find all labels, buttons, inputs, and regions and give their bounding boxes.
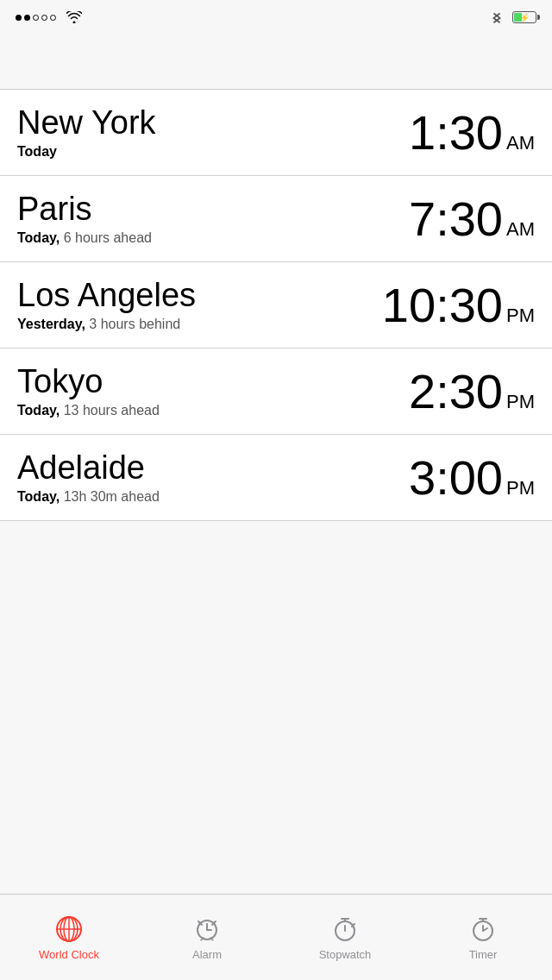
tab-timer[interactable]: Timer [414,914,552,961]
nav-bar [0,35,552,90]
clock-time-ampm: PM [506,391,535,413]
clock-time-ampm: PM [506,305,535,327]
clock-info: New York Today [17,105,156,160]
clock-time-value: 2:30 [409,368,503,416]
status-right: ⚡ [492,10,536,24]
clock-item[interactable]: Tokyo Today, 13 hours ahead 2:30 PM [0,349,552,435]
clock-sub: Today, 13 hours ahead [17,403,160,418]
tab-stopwatch-label: Stopwatch [319,948,372,961]
signal-dot-2 [24,15,30,21]
bluetooth-icon [492,10,502,24]
clock-city: Los Angeles [17,278,196,314]
clock-info: Los Angeles Yesterday, 3 hours behind [17,278,196,333]
charging-icon: ⚡ [519,13,530,22]
clock-time: 2:30 PM [409,368,535,416]
battery-icon: ⚡ [512,11,536,23]
clock-sub: Today, 6 hours ahead [17,230,152,246]
clock-time-value: 7:30 [409,195,503,243]
signal-strength [16,15,56,21]
clock-time-ampm: PM [506,477,535,499]
clock-info: Adelaide Today, 13h 30m ahead [17,450,160,506]
clock-time-value: 10:30 [382,281,503,330]
signal-dot-4 [41,15,47,21]
clock-city: New York [17,105,156,141]
status-bar: ⚡ [0,0,552,35]
clock-city: Tokyo [17,364,160,400]
tab-alarm-label: Alarm [192,948,222,961]
world-clock-icon [53,914,85,945]
signal-dot-5 [50,15,56,21]
tab-alarm[interactable]: Alarm [138,914,276,961]
clock-item[interactable]: Los Angeles Yesterday, 3 hours behind 10… [0,262,552,349]
tab-timer-label: Timer [469,948,498,961]
clock-time-value: 1:30 [409,109,503,157]
tab-world-clock[interactable]: World Clock [0,914,138,961]
clock-item[interactable]: New York Today 1:30 AM [0,90,552,176]
clock-time: 1:30 AM [409,109,535,157]
status-left [16,11,82,23]
clock-time-ampm: AM [506,132,535,154]
clock-city: Paris [17,192,152,228]
stopwatch-icon [329,914,361,945]
clock-item[interactable]: Paris Today, 6 hours ahead 7:30 AM [0,176,552,262]
timer-icon [467,914,499,945]
clock-time-ampm: AM [506,218,535,241]
clock-sub: Today, 13h 30m ahead [17,489,160,505]
clock-info: Paris Today, 6 hours ahead [17,192,152,247]
clock-sub: Yesterday, 3 hours behind [17,317,196,332]
tab-bar: World Clock Alarm Stop [0,894,552,980]
signal-dot-1 [16,15,22,21]
clock-item[interactable]: Adelaide Today, 13h 30m ahead 3:00 PM [0,435,552,521]
signal-dot-3 [33,15,39,21]
clock-sub: Today [17,144,156,160]
clock-info: Tokyo Today, 13 hours ahead [17,364,160,419]
clock-time: 3:00 PM [409,454,535,502]
clock-list: New York Today 1:30 AM Paris Today, 6 ho… [0,90,552,521]
tab-world-clock-label: World Clock [39,948,99,961]
clock-time: 7:30 AM [409,195,535,243]
clock-time: 10:30 PM [382,281,535,330]
alarm-icon [191,914,223,945]
clock-time-value: 3:00 [409,454,503,502]
wifi-icon [66,11,82,23]
clock-city: Adelaide [17,450,160,487]
tab-stopwatch[interactable]: Stopwatch [276,914,414,961]
